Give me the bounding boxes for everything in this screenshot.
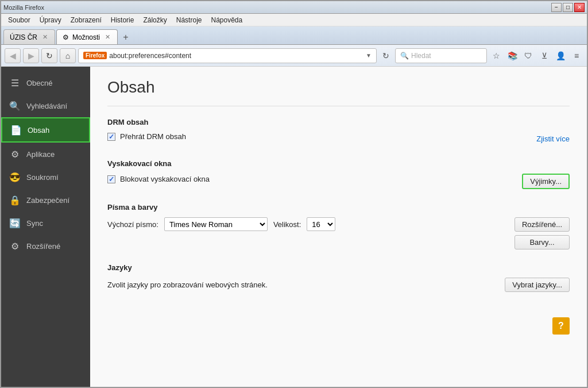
obsah-icon: 📄 bbox=[10, 124, 22, 136]
popup-checkbox[interactable]: ✓ bbox=[107, 175, 115, 183]
title-bar-text: Mozilla Firefox bbox=[3, 4, 44, 11]
drm-checkbox[interactable]: ✓ bbox=[107, 133, 115, 141]
zjistit-vice-link[interactable]: Zjistit více bbox=[536, 135, 570, 143]
page-title: Obsah bbox=[107, 78, 570, 97]
obecne-icon: ☰ bbox=[9, 77, 21, 89]
sidebar-item-obsah[interactable]: 📄 Obsah bbox=[1, 117, 90, 143]
rozsirene-button[interactable]: Rozšířené... bbox=[514, 217, 570, 232]
title-bar: Mozilla Firefox − □ ✕ bbox=[1, 1, 587, 14]
menu-soubor[interactable]: Soubor bbox=[3, 15, 35, 25]
menu-historie[interactable]: Historie bbox=[106, 15, 139, 25]
popup-checkmark: ✓ bbox=[109, 175, 114, 183]
title-bar-controls: − □ ✕ bbox=[551, 3, 585, 12]
font-label: Výchozí písmo: bbox=[107, 220, 158, 229]
menu-napoveda[interactable]: Nápověda bbox=[206, 15, 247, 25]
barvy-button[interactable]: Barvy... bbox=[514, 235, 570, 249]
back-button[interactable]: ◀ bbox=[5, 48, 21, 63]
reload-button[interactable]: ↻ bbox=[41, 48, 57, 63]
title-divider bbox=[107, 106, 570, 106]
menu-upravy[interactable]: Úpravy bbox=[35, 15, 66, 25]
drm-section: DRM obsah ✓ Přehrát DRM obsah Zjistit ví… bbox=[107, 118, 570, 145]
title-bar-left: Mozilla Firefox bbox=[3, 4, 44, 11]
popup-section-title: Vyskakovací okna bbox=[107, 159, 570, 168]
nav-bar: ◀ ▶ ↻ ⌂ Firefox about:preferences#conten… bbox=[1, 45, 587, 67]
bookmark-icon[interactable]: ☆ bbox=[489, 49, 503, 63]
drm-checkmark: ✓ bbox=[109, 133, 114, 141]
search-icon: 🔍 bbox=[400, 52, 409, 60]
history-icon[interactable]: 📚 bbox=[505, 49, 519, 63]
menu-icon[interactable]: ≡ bbox=[570, 49, 583, 63]
font-select-row: Výchozí písmo: Times New Roman Velikost:… bbox=[107, 217, 335, 231]
sidebar-label-rozsirene: Rozšířené bbox=[26, 242, 60, 251]
browser-window: Mozilla Firefox − □ ✕ Soubor Úpravy Zobr… bbox=[0, 0, 588, 388]
popup-row: ✓ Blokovat vyskakovací okna Výjimky... bbox=[107, 174, 570, 189]
drm-checkbox-row: ✓ Přehrát DRM obsah bbox=[107, 132, 186, 141]
sidebar-label-soukromi: Soukromí bbox=[26, 173, 59, 182]
tab-moznosti-label: Možnosti bbox=[72, 33, 100, 41]
address-text: about:preferences#content bbox=[109, 52, 363, 60]
vybrat-jazyky-button[interactable]: Vybrat jazyky... bbox=[505, 278, 570, 292]
home-button[interactable]: ⌂ bbox=[60, 48, 76, 63]
menu-bar: Soubor Úpravy Zobrazení Historie Záložky… bbox=[1, 14, 587, 26]
close-button[interactable]: ✕ bbox=[574, 3, 585, 12]
maximize-button[interactable]: □ bbox=[563, 3, 573, 12]
forward-button[interactable]: ▶ bbox=[23, 48, 39, 63]
main-area: ☰ Obecné 🔍 Vyhledávání 📄 Obsah ⚙ Aplikac… bbox=[1, 67, 587, 387]
size-label: Velikost: bbox=[273, 220, 301, 229]
languages-section-title: Jazyky bbox=[107, 263, 570, 272]
font-controls: Výchozí písmo: Times New Roman Velikost:… bbox=[107, 217, 335, 236]
zabezpeceni-icon: 🔒 bbox=[9, 194, 21, 206]
sidebar-item-soukromi[interactable]: 😎 Soukromí bbox=[1, 166, 90, 189]
download-icon[interactable]: ⊻ bbox=[537, 49, 551, 63]
sidebar-label-zabezpeceni: Zabezpečení bbox=[26, 196, 69, 205]
minimize-button[interactable]: − bbox=[551, 3, 562, 12]
vyjimky-button[interactable]: Výjimky... bbox=[522, 174, 570, 189]
sidebar-item-zabezpeceni[interactable]: 🔒 Zabezpečení bbox=[1, 189, 90, 212]
tab-uzis-label: ÚZIS ČR bbox=[10, 33, 37, 41]
address-bar[interactable]: Firefox about:preferences#content ▼ bbox=[78, 48, 377, 63]
sidebar-item-sync[interactable]: 🔄 Sync bbox=[1, 212, 90, 235]
rozsirene-icon: ⚙ bbox=[9, 240, 21, 252]
font-select[interactable]: Times New Roman bbox=[164, 217, 268, 231]
firefox-badge: Firefox bbox=[83, 52, 107, 59]
drm-label: Přehrát DRM obsah bbox=[120, 132, 186, 141]
search-placeholder: Hledat bbox=[411, 52, 431, 60]
sidebar-label-vyhledavani: Vyhledávání bbox=[26, 102, 67, 110]
sidebar-item-obecne[interactable]: ☰ Obecné bbox=[1, 71, 90, 94]
tab-moznosti-close[interactable]: ✕ bbox=[103, 33, 111, 41]
search-bar[interactable]: 🔍 Hledat bbox=[395, 48, 487, 63]
drm-row: ✓ Přehrát DRM obsah Zjistit více bbox=[107, 132, 570, 145]
help-area: ? bbox=[107, 306, 570, 335]
fonts-section: Písma a barvy Výchozí písmo: Times New R… bbox=[107, 203, 570, 249]
fonts-row: Výchozí písmo: Times New Roman Velikost:… bbox=[107, 217, 570, 249]
vyhledavani-icon: 🔍 bbox=[9, 100, 21, 112]
sync-icon: 🔄 bbox=[9, 217, 21, 229]
sidebar-label-obsah: Obsah bbox=[28, 126, 49, 135]
help-button[interactable]: ? bbox=[552, 317, 570, 335]
soukromi-icon: 😎 bbox=[9, 171, 21, 183]
sidebar-item-vyhledavani[interactable]: 🔍 Vyhledávání bbox=[1, 94, 90, 117]
user-icon[interactable]: 👤 bbox=[554, 49, 567, 63]
languages-desc: Zvolit jazyky pro zobrazování webových s… bbox=[107, 281, 268, 289]
address-dropdown-icon[interactable]: ▼ bbox=[366, 52, 372, 59]
fonts-section-title: Písma a barvy bbox=[107, 203, 570, 212]
tab-uzis[interactable]: ÚZIS ČR ✕ bbox=[3, 29, 55, 44]
tab-moznosti-icon: ⚙ bbox=[63, 33, 69, 41]
size-select[interactable]: 16 bbox=[307, 217, 335, 231]
tab-moznosti[interactable]: ⚙ Možnosti ✕ bbox=[56, 29, 118, 44]
sidebar-item-rozsirene[interactable]: ⚙ Rozšířené bbox=[1, 235, 90, 258]
sidebar-label-obecne: Obecné bbox=[26, 79, 53, 87]
languages-row: Zvolit jazyky pro zobrazování webových s… bbox=[107, 278, 570, 292]
sidebar-item-aplikace[interactable]: ⚙ Aplikace bbox=[1, 143, 90, 166]
tab-bar: ÚZIS ČR ✕ ⚙ Možnosti ✕ + bbox=[1, 26, 587, 45]
sidebar-label-aplikace: Aplikace bbox=[26, 150, 55, 159]
menu-zobrazeni[interactable]: Zobrazení bbox=[66, 15, 106, 25]
tab-uzis-close[interactable]: ✕ bbox=[41, 33, 49, 41]
sidebar: ☰ Obecné 🔍 Vyhledávání 📄 Obsah ⚙ Aplikac… bbox=[1, 67, 90, 387]
shield-icon[interactable]: 🛡 bbox=[521, 49, 535, 63]
popup-label: Blokovat vyskakovací okna bbox=[120, 175, 210, 183]
menu-zalozky[interactable]: Záložky bbox=[138, 15, 171, 25]
reload-icon2[interactable]: ↻ bbox=[379, 49, 393, 63]
new-tab-button[interactable]: + bbox=[119, 30, 133, 44]
menu-nastroje[interactable]: Nástroje bbox=[172, 15, 207, 25]
